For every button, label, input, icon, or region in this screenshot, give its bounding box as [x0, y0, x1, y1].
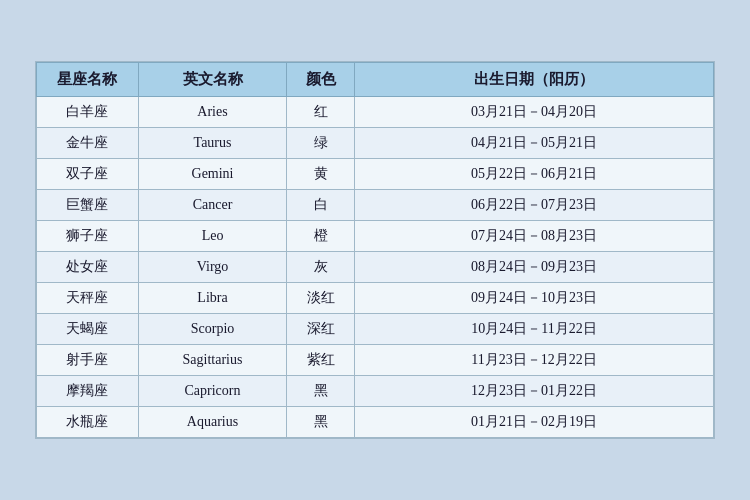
table-row: 巨蟹座Cancer白06月22日－07月23日	[37, 190, 714, 221]
cell-color: 黑	[287, 376, 355, 407]
cell-color: 淡红	[287, 283, 355, 314]
cell-color: 灰	[287, 252, 355, 283]
cell-en_name: Taurus	[138, 128, 287, 159]
table-body: 白羊座Aries红03月21日－04月20日金牛座Taurus绿04月21日－0…	[37, 97, 714, 438]
cell-zh_name: 射手座	[37, 345, 139, 376]
header-zh-name: 星座名称	[37, 63, 139, 97]
cell-date_range: 04月21日－05月21日	[355, 128, 714, 159]
cell-color: 黑	[287, 407, 355, 438]
cell-en_name: Cancer	[138, 190, 287, 221]
cell-zh_name: 天秤座	[37, 283, 139, 314]
table-row: 双子座Gemini黄05月22日－06月21日	[37, 159, 714, 190]
cell-en_name: Gemini	[138, 159, 287, 190]
cell-zh_name: 处女座	[37, 252, 139, 283]
table-row: 处女座Virgo灰08月24日－09月23日	[37, 252, 714, 283]
cell-color: 深红	[287, 314, 355, 345]
cell-date_range: 10月24日－11月22日	[355, 314, 714, 345]
table-row: 天秤座Libra淡红09月24日－10月23日	[37, 283, 714, 314]
header-color: 颜色	[287, 63, 355, 97]
cell-en_name: Leo	[138, 221, 287, 252]
table-row: 狮子座Leo橙07月24日－08月23日	[37, 221, 714, 252]
cell-en_name: Aquarius	[138, 407, 287, 438]
cell-zh_name: 双子座	[37, 159, 139, 190]
header-en-name: 英文名称	[138, 63, 287, 97]
cell-zh_name: 巨蟹座	[37, 190, 139, 221]
cell-en_name: Capricorn	[138, 376, 287, 407]
cell-date_range: 09月24日－10月23日	[355, 283, 714, 314]
cell-zh_name: 天蝎座	[37, 314, 139, 345]
table-row: 水瓶座Aquarius黑01月21日－02月19日	[37, 407, 714, 438]
cell-date_range: 01月21日－02月19日	[355, 407, 714, 438]
cell-date_range: 03月21日－04月20日	[355, 97, 714, 128]
cell-zh_name: 摩羯座	[37, 376, 139, 407]
cell-date_range: 07月24日－08月23日	[355, 221, 714, 252]
cell-color: 紫红	[287, 345, 355, 376]
cell-color: 红	[287, 97, 355, 128]
header-date-range: 出生日期（阳历）	[355, 63, 714, 97]
cell-date_range: 06月22日－07月23日	[355, 190, 714, 221]
table-row: 金牛座Taurus绿04月21日－05月21日	[37, 128, 714, 159]
table-row: 白羊座Aries红03月21日－04月20日	[37, 97, 714, 128]
cell-zh_name: 金牛座	[37, 128, 139, 159]
cell-en_name: Libra	[138, 283, 287, 314]
table-row: 天蝎座Scorpio深红10月24日－11月22日	[37, 314, 714, 345]
cell-zh_name: 水瓶座	[37, 407, 139, 438]
table-header-row: 星座名称 英文名称 颜色 出生日期（阳历）	[37, 63, 714, 97]
table-row: 射手座Sagittarius紫红11月23日－12月22日	[37, 345, 714, 376]
cell-color: 黄	[287, 159, 355, 190]
table-row: 摩羯座Capricorn黑12月23日－01月22日	[37, 376, 714, 407]
zodiac-table: 星座名称 英文名称 颜色 出生日期（阳历） 白羊座Aries红03月21日－04…	[36, 62, 714, 438]
cell-date_range: 08月24日－09月23日	[355, 252, 714, 283]
cell-en_name: Sagittarius	[138, 345, 287, 376]
cell-date_range: 05月22日－06月21日	[355, 159, 714, 190]
cell-en_name: Aries	[138, 97, 287, 128]
cell-en_name: Virgo	[138, 252, 287, 283]
cell-color: 白	[287, 190, 355, 221]
cell-en_name: Scorpio	[138, 314, 287, 345]
zodiac-table-container: 星座名称 英文名称 颜色 出生日期（阳历） 白羊座Aries红03月21日－04…	[35, 61, 715, 439]
cell-color: 橙	[287, 221, 355, 252]
cell-color: 绿	[287, 128, 355, 159]
cell-zh_name: 白羊座	[37, 97, 139, 128]
cell-zh_name: 狮子座	[37, 221, 139, 252]
cell-date_range: 11月23日－12月22日	[355, 345, 714, 376]
cell-date_range: 12月23日－01月22日	[355, 376, 714, 407]
